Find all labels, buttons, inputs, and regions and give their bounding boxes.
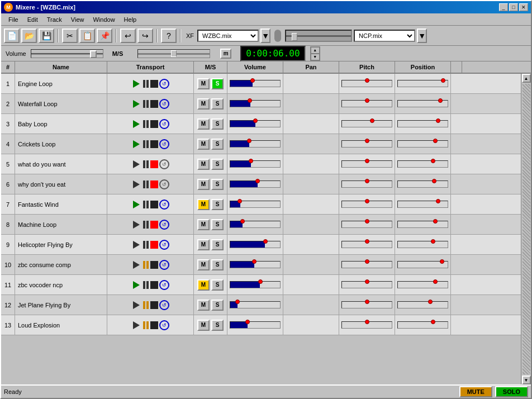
mute-button[interactable]: M [197,98,210,110]
track-pan[interactable] [283,295,339,315]
menu-track[interactable]: Track [42,15,66,24]
mute-button[interactable]: M [197,320,210,331]
vertical-scrollbar[interactable]: ▲ ▼ [521,74,531,384]
mute-button[interactable]: M [197,300,210,311]
track-transport[interactable]: ↺ [107,295,194,315]
track-pan[interactable] [283,275,339,294]
track-position[interactable] [395,235,451,254]
track-position[interactable] [395,275,451,294]
stop-button[interactable] [150,301,158,309]
help-button[interactable]: ? [161,28,177,43]
stop-button[interactable] [150,201,158,208]
track-pan[interactable] [283,255,339,274]
track-ms[interactable]: M S [194,235,227,254]
track-pitch[interactable] [339,134,395,154]
pause-button[interactable] [142,79,149,88]
time-spinner[interactable]: ▲ ▼ [310,46,320,61]
scroll-down-button[interactable]: ▼ [522,376,531,384]
track-volume[interactable] [227,295,283,315]
track-ms[interactable]: M S [194,134,227,154]
track-ms[interactable]: M S [194,114,227,134]
play-button[interactable] [131,240,141,250]
time-down[interactable]: ▼ [311,54,320,60]
scroll-thumb[interactable] [522,84,530,374]
mute-button[interactable]: M [197,199,210,210]
minimize-button[interactable]: _ [499,3,508,11]
play-button[interactable] [131,320,141,330]
save-button[interactable]: 💾 [39,28,54,43]
solo-button[interactable]: S [211,139,224,150]
track-position[interactable] [395,194,451,214]
track-volume[interactable] [227,275,283,294]
pause-button[interactable] [142,160,149,169]
track-pan[interactable] [283,194,339,214]
loop-button[interactable]: ↺ [159,320,169,330]
volume-slider[interactable] [31,49,103,58]
new-button[interactable]: 📄 [4,28,20,43]
mute-button[interactable]: M [197,239,210,250]
menu-file[interactable]: File [4,15,23,24]
crossfade-knob[interactable] [274,30,281,42]
track-transport[interactable]: ↺ [107,275,194,294]
undo-button[interactable]: ↩ [120,28,136,43]
track-position[interactable] [395,295,451,315]
mute-button[interactable]: M [197,139,210,150]
ms-slider[interactable] [137,49,210,58]
close-button[interactable]: ✕ [519,3,528,11]
track-position[interactable] [395,114,451,134]
loop-button[interactable]: ↺ [159,139,169,149]
menu-edit[interactable]: Edit [23,15,42,24]
pause-button[interactable] [142,180,149,189]
track-volume[interactable] [227,194,283,214]
track-pitch[interactable] [339,154,395,174]
ncp-arrow[interactable]: ▼ [417,28,427,43]
track-position[interactable] [395,215,451,234]
track-ms[interactable]: M S [194,194,227,214]
track-pitch[interactable] [339,194,395,214]
solo-button[interactable]: S [211,98,224,110]
stop-button[interactable] [150,221,158,229]
scroll-up-button[interactable]: ▲ [522,74,531,83]
pause-button[interactable] [142,321,149,330]
track-pan[interactable] [283,215,339,234]
solo-button[interactable]: S [211,279,224,291]
solo-button[interactable]: S [211,179,224,190]
loop-button[interactable]: ↺ [159,200,169,210]
maximize-button[interactable]: □ [509,3,518,11]
xf-arrow[interactable]: ▼ [260,28,270,43]
solo-button[interactable]: S [211,300,224,311]
track-transport[interactable]: ↺ [107,74,194,93]
menu-window[interactable]: Window [88,15,119,24]
xf-dropdown[interactable]: WZBC.mix [197,30,259,42]
track-transport[interactable]: ↺ [107,154,194,174]
play-button[interactable] [131,220,141,230]
stop-button[interactable] [150,140,158,148]
pause-button[interactable] [142,200,149,209]
track-position[interactable] [395,74,451,93]
solo-button[interactable]: S [211,118,224,130]
track-ms[interactable]: M S [194,74,227,93]
track-ms[interactable]: M S [194,154,227,174]
copy-button[interactable]: 📋 [79,28,95,43]
track-pitch[interactable] [339,94,395,113]
track-ms[interactable]: M S [194,174,227,194]
play-button[interactable] [131,99,141,109]
stop-button[interactable] [150,120,158,128]
mute-button[interactable]: M [197,159,210,170]
track-position[interactable] [395,255,451,274]
track-ms[interactable]: M S [194,255,227,274]
track-transport[interactable]: ↺ [107,235,194,254]
track-pitch[interactable] [339,114,395,134]
loop-button[interactable]: ↺ [159,179,169,189]
pause-button[interactable] [142,240,149,249]
track-pitch[interactable] [339,74,395,93]
pause-button[interactable] [142,301,149,310]
mute-button[interactable]: M [197,78,210,89]
track-transport[interactable]: ↺ [107,255,194,274]
track-pan[interactable] [283,114,339,134]
track-position[interactable] [395,315,451,335]
play-button[interactable] [131,300,141,310]
track-pitch[interactable] [339,275,395,294]
crossfade-slider[interactable] [285,30,352,42]
mute-status-button[interactable]: MUTE [459,386,492,397]
